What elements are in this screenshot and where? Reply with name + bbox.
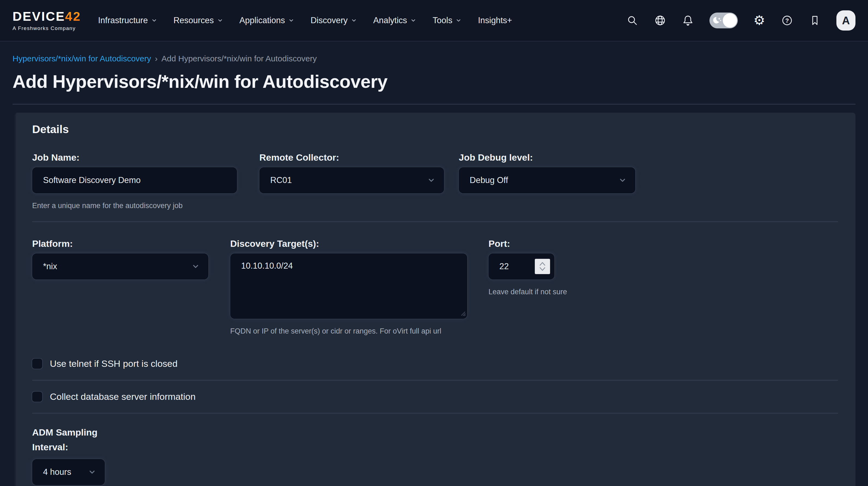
chevron-down-icon (351, 18, 357, 24)
remote-collector-select[interactable]: RC01 (259, 167, 444, 193)
nav-item-infrastructure[interactable]: Infrastructure (98, 16, 157, 25)
adm-sampling-select[interactable]: 4 hours (32, 459, 105, 485)
logo-tagline: A Freshworks Company (12, 25, 76, 31)
gear-icon[interactable]: ⚙ (753, 14, 766, 27)
collect-db-checkbox[interactable] (32, 392, 42, 402)
chevron-down-icon (217, 18, 223, 24)
platform-field-group: Platform: *nix (32, 238, 209, 336)
job-name-label: Job Name: (32, 152, 237, 163)
platform-label: Platform: (32, 238, 209, 249)
discovery-targets-wrap: 10.10.10.0/24 (230, 253, 467, 319)
port-label: Port: (489, 238, 603, 249)
nav-item-tools[interactable]: Tools (433, 16, 462, 25)
remote-collector-field-group: Remote Collector: RC01 (259, 152, 444, 210)
job-debug-select[interactable]: Debug Off (459, 167, 636, 193)
toggle-knob (723, 13, 737, 28)
nav-item-discovery[interactable]: Discovery (311, 16, 357, 25)
avatar[interactable]: A (836, 10, 856, 31)
job-name-helper: Enter a unique name for the autodiscover… (32, 202, 237, 210)
bookmark-icon[interactable] (809, 14, 821, 27)
chevron-down-icon (191, 262, 200, 270)
main-menu: Infrastructure Resources Applications Di… (98, 16, 512, 25)
breadcrumb: Hypervisors/*nix/win for Autodiscovery ›… (12, 41, 856, 63)
collect-db-checkbox-row: Collect database server information (32, 380, 838, 413)
chevron-down-icon (410, 18, 416, 24)
chevron-down-icon (539, 267, 546, 271)
bell-icon[interactable] (682, 14, 694, 27)
theme-toggle[interactable] (709, 12, 738, 28)
breadcrumb-link[interactable]: Hypervisors/*nix/win for Autodiscovery (12, 54, 151, 63)
discovery-targets-field-group: Discovery Target(s): 10.10.10.0/24 FQDN … (230, 238, 467, 336)
port-field-group: Port: Leave default if not sure (489, 238, 603, 336)
remote-collector-label: Remote Collector: (259, 152, 444, 163)
nav-item-insights[interactable]: Insights+ (478, 16, 512, 25)
job-debug-label: Job Debug level: (459, 152, 636, 163)
nav-item-analytics[interactable]: Analytics (373, 16, 416, 25)
nav-item-resources[interactable]: Resources (174, 16, 223, 25)
moon-icon (712, 16, 723, 25)
chevron-down-icon (427, 176, 435, 184)
port-helper: Leave default if not sure (489, 288, 603, 296)
svg-text:?: ? (785, 17, 789, 24)
job-name-input[interactable] (32, 167, 237, 193)
adm-sampling-field-group: ADM Sampling Interval: 4 hours (32, 425, 838, 486)
telnet-checkbox[interactable] (32, 359, 42, 369)
chevron-down-icon (618, 176, 627, 184)
port-input[interactable] (499, 261, 524, 271)
divider (12, 104, 856, 105)
breadcrumb-current: Add Hypervisors/*nix/win for Autodiscove… (161, 54, 317, 63)
search-icon[interactable] (626, 14, 639, 27)
job-name-field-group: Job Name: Enter a unique name for the au… (32, 152, 237, 210)
discovery-targets-helper: FQDN or IP of the server(s) or cidr or r… (230, 327, 467, 336)
telnet-checkbox-label: Use telnet if SSH port is closed (50, 359, 178, 369)
discovery-targets-textarea[interactable]: 10.10.10.0/24 (230, 253, 467, 319)
logo-text: DEVICE42 (12, 10, 81, 23)
chevron-down-icon (151, 18, 157, 24)
telnet-checkbox-row: Use telnet if SSH port is closed (32, 347, 838, 380)
port-stepper[interactable] (535, 259, 550, 274)
nav-right-icons: ⚙ ? A (626, 10, 856, 31)
page-title: Add Hypervisors/*nix/win for Autodiscove… (12, 71, 856, 92)
chevron-down-icon (88, 468, 96, 476)
nav-item-applications[interactable]: Applications (240, 16, 294, 25)
logo-42: 42 (65, 9, 81, 24)
port-input-box (489, 253, 554, 280)
discovery-targets-label: Discovery Target(s): (230, 238, 467, 249)
divider (32, 222, 838, 222)
chevron-down-icon (456, 18, 462, 24)
details-card: Details Job Name: Enter a unique name fo… (14, 113, 856, 486)
resize-handle-icon[interactable] (460, 310, 466, 316)
form-row-2: Platform: *nix Discovery Target(s): 10.1… (32, 238, 838, 336)
platform-select[interactable]: *nix (32, 253, 209, 280)
globe-icon[interactable] (654, 14, 666, 27)
section-title: Details (32, 123, 838, 136)
adm-sampling-label: ADM Sampling Interval: (32, 425, 100, 455)
form-row-1: Job Name: Enter a unique name for the au… (32, 152, 838, 210)
device42-logo[interactable]: DEVICE42 A Freshworks Company (12, 10, 84, 31)
top-nav: DEVICE42 A Freshworks Company Infrastruc… (0, 0, 868, 41)
job-debug-field-group: Job Debug level: Debug Off (459, 152, 636, 210)
chevron-down-icon (288, 18, 294, 24)
collect-db-checkbox-label: Collect database server information (50, 391, 196, 402)
breadcrumb-separator: › (155, 54, 158, 63)
help-icon[interactable]: ? (781, 14, 793, 27)
page-content: Hypervisors/*nix/win for Autodiscovery ›… (0, 41, 868, 486)
chevron-up-icon (539, 261, 546, 266)
